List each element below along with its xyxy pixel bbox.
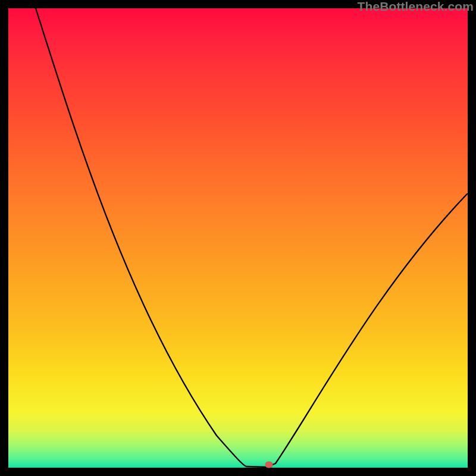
chart-frame: TheBottleneck.com bbox=[0, 0, 476, 476]
optimal-point-marker bbox=[265, 461, 273, 468]
bottleneck-curve bbox=[36, 8, 467, 467]
watermark-text: TheBottleneck.com bbox=[358, 0, 474, 14]
curve-svg bbox=[8, 8, 468, 468]
plot-area bbox=[8, 8, 468, 468]
